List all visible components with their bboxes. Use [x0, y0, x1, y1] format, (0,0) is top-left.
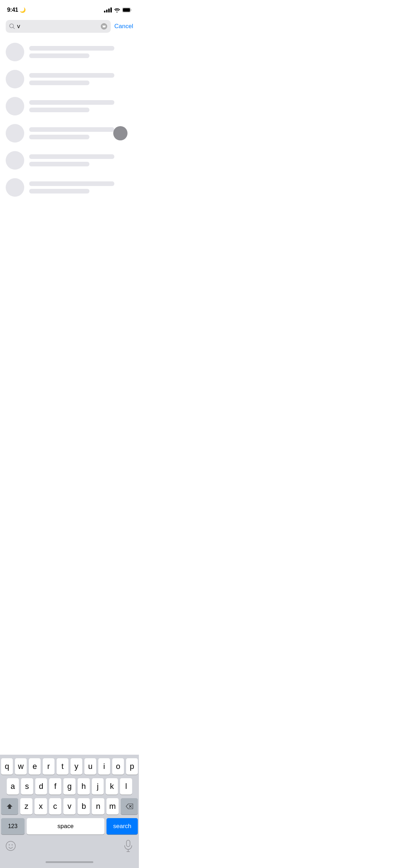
skeleton-lines — [29, 73, 133, 85]
signal-icon — [104, 7, 112, 12]
skeleton-lines — [29, 100, 133, 112]
skeleton-line — [29, 181, 114, 186]
skeleton-line — [29, 154, 114, 159]
skeleton-avatar — [6, 178, 24, 197]
skeleton-line — [29, 135, 89, 139]
skeleton-item-2 — [6, 66, 133, 93]
svg-rect-1 — [123, 8, 130, 12]
skeleton-line — [29, 127, 114, 132]
cancel-button[interactable]: Cancel — [114, 23, 133, 30]
status-time: 9:41🌙 — [7, 7, 26, 13]
skeleton-line — [29, 46, 114, 51]
status-bar: 9:41🌙 — [0, 0, 139, 17]
skeleton-item-4 — [6, 120, 133, 147]
skeleton-list — [0, 36, 139, 204]
skeleton-lines — [29, 181, 133, 193]
skeleton-line — [29, 162, 89, 166]
skeleton-avatar — [6, 43, 24, 61]
skeleton-line — [29, 81, 89, 85]
skeleton-line — [29, 53, 89, 58]
skeleton-line — [29, 189, 89, 193]
search-clear-button[interactable] — [101, 23, 107, 30]
svg-line-3 — [13, 27, 15, 29]
search-input[interactable] — [17, 23, 99, 30]
skeleton-avatar — [6, 124, 24, 143]
skeleton-item-5 — [6, 147, 133, 174]
battery-icon — [122, 7, 132, 12]
skeleton-item-3 — [6, 93, 133, 120]
skeleton-lines — [29, 154, 133, 166]
skeleton-avatar — [6, 151, 24, 170]
skeleton-line — [29, 108, 89, 112]
dark-overlay-circle — [113, 126, 127, 140]
search-bar-row: Cancel — [0, 17, 139, 36]
status-icons — [104, 7, 132, 12]
skeleton-item-6 — [6, 174, 133, 201]
search-input-wrap[interactable] — [6, 20, 111, 33]
search-icon — [9, 24, 15, 29]
skeleton-item-1 — [6, 38, 133, 66]
skeleton-line — [29, 73, 114, 78]
skeleton-avatar — [6, 70, 24, 88]
wifi-icon — [114, 8, 120, 12]
skeleton-avatar — [6, 97, 24, 115]
skeleton-lines — [29, 46, 133, 58]
skeleton-line — [29, 100, 114, 105]
